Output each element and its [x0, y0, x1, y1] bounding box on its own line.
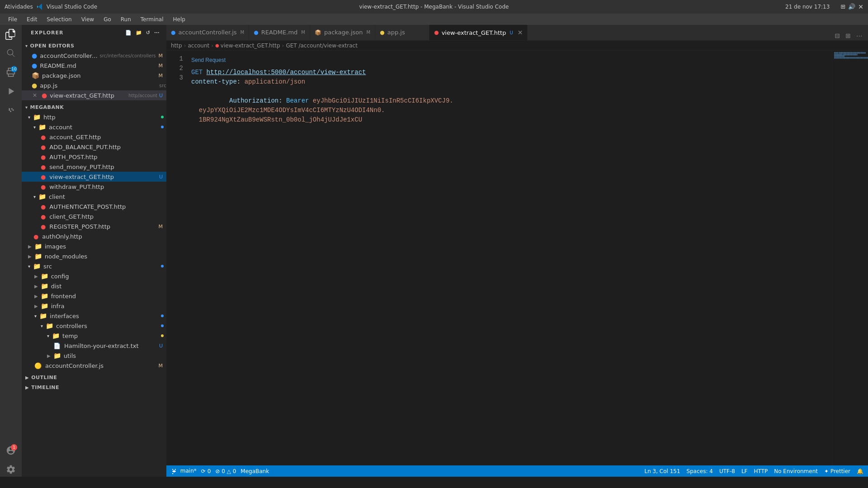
breadcrumb-http[interactable]: http — [171, 42, 182, 49]
file-label: account_GET.http — [49, 134, 166, 141]
folder-account[interactable]: ▾ 📁 account — [22, 122, 166, 132]
menu-selection[interactable]: Selection — [43, 15, 75, 23]
folder-http[interactable]: ▾ 📁 http — [22, 112, 166, 122]
menu-edit[interactable]: Edit — [23, 15, 41, 23]
close-tab-icon[interactable]: ✕ — [32, 91, 38, 99]
folder-infra[interactable]: ▶ 📁 infra — [22, 301, 166, 311]
untracked-badge: U — [159, 343, 166, 349]
folder-temp[interactable]: ▾ 📁 temp — [22, 331, 166, 341]
file-label: app.js — [40, 82, 157, 89]
open-editors-section[interactable]: ▾ OPEN EDITORS — [22, 41, 166, 51]
activity-account[interactable]: 1 — [4, 443, 18, 458]
activity-extensions[interactable] — [4, 103, 18, 117]
folder-src[interactable]: ▾ 📁 src — [22, 261, 166, 271]
layout-icon[interactable]: ⊞ — [844, 31, 853, 40]
open-editor-accountcontroller[interactable]: ● accountController.js src/interfaces/co… — [22, 51, 166, 61]
folder-controllers[interactable]: ▾ 📁 controllers — [22, 321, 166, 331]
file-send-money[interactable]: ● send_money_PUT.http — [22, 162, 166, 172]
split-editor-icon[interactable]: ⊟ — [833, 31, 842, 40]
status-spaces[interactable]: Spaces: 4 — [687, 468, 713, 474]
status-project[interactable]: MegaBank — [241, 468, 269, 474]
more-icon[interactable]: ⋯ — [854, 31, 864, 40]
megabank-section[interactable]: ▾ MEGABANK — [22, 102, 166, 112]
menu-terminal[interactable]: Terminal — [137, 15, 167, 23]
file-client-get[interactable]: ● client_GET.http — [22, 211, 166, 221]
status-encoding[interactable]: UTF-8 — [719, 468, 735, 474]
status-notifications[interactable]: 🔔 — [857, 468, 863, 474]
file-authonly[interactable]: ● authOnly.http — [22, 231, 166, 241]
folder-frontend[interactable]: ▶ 📁 frontend — [22, 291, 166, 301]
file-label: withdraw_PUT.http — [49, 183, 166, 190]
status-branch[interactable]: main* — [171, 468, 197, 474]
menu-file[interactable]: File — [5, 15, 21, 23]
folder-interfaces[interactable]: ▾ 📁 interfaces — [22, 311, 166, 321]
tab-view-extract[interactable]: ● view-extract_GET.http U ✕ — [429, 25, 528, 40]
activity-settings[interactable] — [4, 462, 18, 477]
outline-section[interactable]: ▶ OUTLINE — [22, 372, 166, 382]
menu-run[interactable]: Run — [117, 15, 135, 23]
activity-explorer[interactable] — [4, 27, 18, 42]
folder-utils[interactable]: ▶ 📁 utils — [22, 351, 166, 361]
tab-packagejson[interactable]: 📦 package.json M — [310, 25, 375, 40]
file-label: Hamilton-your-extract.txt — [64, 343, 157, 349]
open-editor-appjs[interactable]: ● app.js src — [22, 80, 166, 90]
status-ln-col[interactable]: Ln 3, Col 151 — [644, 468, 680, 474]
status-lang[interactable]: HTTP — [754, 468, 768, 474]
client-dot — [161, 195, 164, 198]
timeline-section[interactable]: ▶ TIMELINE — [22, 382, 166, 392]
menu-go[interactable]: Go — [100, 15, 115, 23]
breadcrumb-symbol[interactable]: GET /account/view-extract — [286, 42, 357, 49]
tab-accountcontroller[interactable]: ● accountController.js M — [166, 25, 249, 40]
send-request-link[interactable]: Send Request — [191, 54, 832, 66]
status-errors[interactable]: ⊘ 0 △ 0 — [215, 468, 236, 474]
folder-node-modules[interactable]: ▶ 📁 node_modules — [22, 251, 166, 261]
activity-run[interactable] — [4, 84, 18, 99]
close-window-icon[interactable]: ✕ — [858, 3, 863, 10]
menu-help[interactable]: Help — [170, 15, 189, 23]
minimap-content: ████ ██████████████████████████ ████████… — [834, 52, 866, 59]
controllers-dot — [161, 324, 164, 327]
activities-label[interactable]: Atividades — [5, 4, 33, 10]
status-prettier[interactable]: ✦ Prettier — [824, 468, 850, 474]
refresh-icon[interactable]: ↺ — [146, 30, 151, 36]
tab-close-icon[interactable]: ✕ — [518, 29, 523, 36]
new-folder-icon[interactable]: 📁 — [136, 30, 142, 36]
file-hamilton[interactable]: 📄 Hamilton-your-extract.txt U — [22, 341, 166, 351]
file-authenticate-post[interactable]: ● AUTHENTICATE_POST.http — [22, 202, 166, 211]
open-editor-view-extract[interactable]: ✕ ● view-extract_GET.http http/account U — [22, 90, 166, 100]
new-file-icon[interactable]: 📄 — [125, 30, 132, 36]
file-account-get[interactable]: ● account_GET.http — [22, 132, 166, 142]
status-line-ending[interactable]: LF — [741, 468, 748, 474]
folder-dist[interactable]: ▶ 📁 dist — [22, 281, 166, 291]
tab-label: README.md — [261, 29, 298, 36]
modified-badge: M — [159, 53, 167, 59]
collapse-icon[interactable]: ⋯ — [154, 30, 160, 36]
tab-readme[interactable]: ● README.md M — [249, 25, 310, 40]
tab-appjs[interactable]: ● app.js — [375, 25, 429, 40]
folder-client[interactable]: ▾ 📁 client — [22, 192, 166, 202]
status-sync[interactable]: ⟳ 0 — [201, 468, 211, 474]
folder-config[interactable]: ▶ 📁 config — [22, 271, 166, 281]
file-withdraw[interactable]: ● withdraw_PUT.http — [22, 182, 166, 192]
tab-label: app.js — [387, 29, 405, 36]
folder-icon: 📁 — [41, 302, 48, 310]
menu-view[interactable]: View — [78, 15, 98, 23]
breadcrumb-file[interactable]: ● view-extract_GET.http — [215, 42, 280, 49]
open-editor-packagejson[interactable]: 📦 package.json M — [22, 70, 166, 80]
status-env[interactable]: No Environment — [774, 468, 818, 474]
http-file-icon: ● — [41, 164, 46, 170]
file-accountcontroller-src[interactable]: 🟡 accountController.js M — [22, 361, 166, 371]
file-register-post[interactable]: ● REGISTER_POST.http M — [22, 221, 166, 231]
menu-bar: File Edit Selection View Go Run Terminal… — [0, 14, 868, 25]
activity-search[interactable] — [4, 46, 18, 61]
open-editor-readme[interactable]: ● README.md M — [22, 61, 166, 70]
code-area[interactable]: Send Request GET http://localhost:5000/a… — [187, 51, 832, 465]
folder-images[interactable]: ▶ 📁 images — [22, 241, 166, 251]
file-view-extract-active[interactable]: ● view-extract_GET.http U — [22, 172, 166, 182]
activity-source-control[interactable]: 10 — [4, 65, 18, 80]
file-icon-app: ● — [32, 82, 37, 89]
file-auth-post[interactable]: ● AUTH_POST.http — [22, 152, 166, 162]
file-add-balance[interactable]: ● ADD_BALANCE_PUT.http — [22, 142, 166, 152]
code-line-2: content-type: application/json — [191, 77, 832, 87]
breadcrumb-account[interactable]: account — [188, 42, 209, 49]
